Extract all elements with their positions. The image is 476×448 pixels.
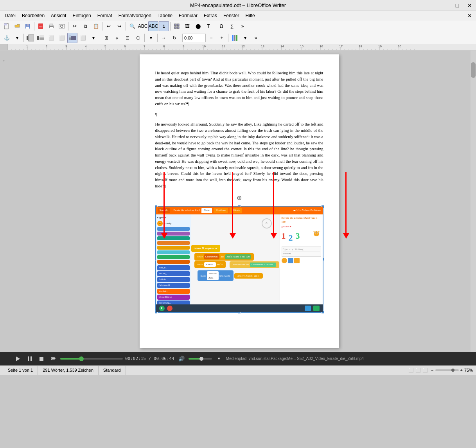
document-page: He heard quiet steps behind him. That di…: [140, 54, 339, 348]
media-progress-bar[interactable]: [60, 358, 123, 360]
color-dropdown[interactable]: [230, 33, 240, 43]
scrollbar-thumb[interactable]: [471, 62, 476, 78]
stop-small-btn[interactable]: [167, 306, 172, 311]
vertical-scrollbar[interactable]: [471, 50, 476, 352]
zoom-thumb[interactable]: [451, 369, 454, 372]
media-volume-bar[interactable]: [189, 358, 212, 360]
svg-rect-16: [27, 36, 28, 40]
image-button[interactable]: 🖼: [182, 21, 192, 31]
crop-button[interactable]: ⊡: [122, 33, 133, 43]
zoom-fit-btn[interactable]: [313, 306, 320, 311]
window-controls: — □ ✕: [438, 0, 476, 11]
document-area[interactable]: He heard quiet steps behind him. That di…: [8, 50, 471, 352]
find-button[interactable]: 🔍: [127, 21, 137, 31]
anchor-dropdown[interactable]: ▾: [12, 33, 22, 43]
media-dropdown[interactable]: ▾: [214, 354, 224, 363]
menu-extras[interactable]: Extras: [201, 11, 220, 20]
more-button[interactable]: »: [237, 21, 248, 31]
spellcheck2-button[interactable]: ABC: [148, 21, 158, 31]
pdf-button[interactable]: PDF: [36, 21, 46, 31]
page-wrapper: He heard quiet steps behind him. That di…: [140, 54, 339, 348]
bezier-button[interactable]: ⟡: [112, 33, 122, 43]
wrap-button3[interactable]: ⬜: [57, 33, 67, 43]
formula-button[interactable]: ∑: [227, 21, 237, 31]
anchor-button[interactable]: ⚓: [2, 33, 12, 43]
menu-format[interactable]: Format: [94, 11, 115, 20]
copy-button[interactable]: ⧉: [80, 21, 90, 31]
zoom-in-btn[interactable]: +: [460, 368, 463, 372]
media-stop-button[interactable]: [37, 354, 46, 363]
media-progress-thumb[interactable]: [79, 356, 84, 361]
maximize-button[interactable]: □: [451, 0, 463, 11]
svg-rect-29: [234, 35, 235, 41]
print-button[interactable]: [46, 21, 56, 31]
pos-button[interactable]: ⊞: [101, 33, 111, 43]
textbox-button[interactable]: T: [203, 21, 214, 31]
table-icon[interactable]: [172, 21, 182, 31]
wrap-button4[interactable]: [67, 33, 77, 43]
special-chars[interactable]: Ω: [216, 21, 226, 31]
zoom-out-btn[interactable]: −: [431, 368, 433, 372]
svg-rect-39: [31, 356, 32, 361]
inline-button[interactable]: [25, 33, 35, 43]
view-normal-icon[interactable]: ⬜: [408, 368, 414, 373]
embedded-media-object[interactable]: Scratch Errate die geheime Zahl Code Kos…: [155, 206, 323, 313]
scratch-main-area: Figuren 🐱 Scratchy: [156, 214, 323, 312]
minimize-button[interactable]: —: [438, 0, 451, 11]
color-drop-arrow[interactable]: ▾: [240, 33, 250, 43]
cut-button[interactable]: ✂: [70, 21, 80, 31]
media-volume-icon[interactable]: 🔊: [177, 354, 186, 363]
menu-hilfe[interactable]: Hilfe: [242, 11, 258, 20]
toolbar-row-2: ⚓ ▾ ⬜ ⬜ ⬜ ▾ ⊞ ⟡ ⊡ ⬡ ▾ ↔ ↻ 0,00 − +: [0, 32, 476, 44]
play-small-btn[interactable]: ▶: [159, 306, 165, 311]
media-volume-thumb[interactable]: [199, 357, 203, 361]
block-operator: [157, 255, 190, 259]
menu-formular[interactable]: Formular: [176, 11, 201, 20]
full-screen-btn[interactable]: [305, 306, 311, 311]
align-dropdown[interactable]: ▾: [146, 33, 156, 43]
new-button[interactable]: [2, 21, 12, 31]
circle-button[interactable]: ⬤: [193, 21, 203, 31]
position-input[interactable]: 0,00: [182, 34, 206, 42]
zoom-controls: − + 75%: [431, 368, 473, 372]
media-loop-button[interactable]: [48, 354, 58, 363]
spellcheck-button[interactable]: ABC: [138, 21, 148, 31]
minus-btn[interactable]: −: [206, 33, 216, 43]
menu-ansicht[interactable]: Ansicht: [48, 11, 69, 20]
save-button[interactable]: [23, 21, 33, 31]
view-book-icon[interactable]: ⬜: [422, 368, 428, 373]
doc-close-button[interactable]: ✕: [465, 12, 474, 20]
paste-button[interactable]: 📋: [91, 21, 101, 31]
plus-btn[interactable]: +: [217, 33, 227, 43]
menu-fenster[interactable]: Fenster: [220, 11, 242, 20]
wrap-button5[interactable]: ⬜: [78, 33, 88, 43]
close-button[interactable]: ✕: [463, 0, 476, 11]
wrap-button1[interactable]: [36, 33, 46, 43]
print-preview-button[interactable]: [57, 21, 67, 31]
menu-bearbeiten[interactable]: Bearbeiten: [19, 11, 48, 20]
wrap-dropdown[interactable]: ▾: [88, 33, 99, 43]
menu-tabelle[interactable]: Tabelle: [154, 11, 176, 20]
svg-rect-1: [4, 23, 7, 25]
media-pause-button[interactable]: [25, 354, 34, 363]
svg-rect-15: [177, 27, 179, 29]
status-bar: Seite 1 von 1 291 Wörter, 1.539 Zeichen …: [0, 365, 476, 375]
redo-button[interactable]: ↪: [114, 21, 124, 31]
menu-einfuegen[interactable]: Einfügen: [69, 11, 94, 20]
menu-datei[interactable]: Datei: [2, 11, 19, 20]
chain-button[interactable]: ⬡: [133, 33, 143, 43]
style-toggle[interactable]: 1: [159, 21, 169, 31]
open-button[interactable]: [12, 21, 22, 31]
menu-formatvorlagen[interactable]: Formatvorlagen: [115, 11, 154, 20]
word-count: 291 Wörter, 1.539 Zeichen: [43, 368, 93, 372]
wrap-button2[interactable]: ⬜: [46, 33, 56, 43]
flip-button[interactable]: ↔: [159, 33, 169, 43]
ruler: [0, 44, 476, 50]
view-web-icon[interactable]: ⬜: [415, 368, 421, 373]
more-tb2[interactable]: »: [251, 33, 261, 43]
rotate-button[interactable]: ↻: [169, 33, 180, 43]
scratch-bottom-bar: ▶: [156, 304, 323, 312]
undo-button[interactable]: ↩: [104, 21, 114, 31]
media-play-button[interactable]: [13, 354, 23, 363]
zoom-slider[interactable]: [435, 369, 459, 371]
